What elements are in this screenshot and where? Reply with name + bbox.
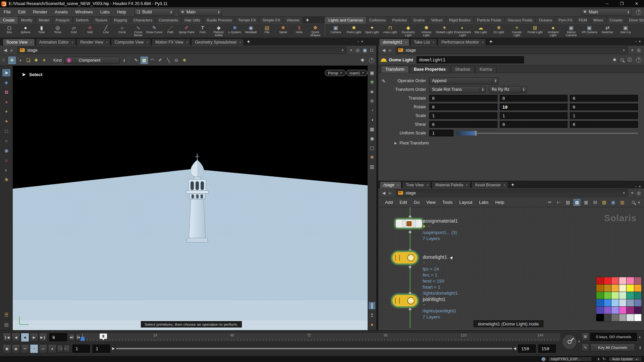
menu-item[interactable]: Windows <box>71 7 97 16</box>
close-tab-icon[interactable]: × <box>239 40 241 44</box>
ladder-menu-icon[interactable]: ☰ <box>2 311 10 318</box>
shelf-tab[interactable]: Volume <box>283 17 303 23</box>
main-layout-spinner[interactable]: ▲▼ <box>627 10 630 14</box>
color-swatch[interactable] <box>619 292 627 299</box>
forward-arrow-icon[interactable]: ▶ <box>9 48 15 53</box>
pin-icon[interactable]: ⌖ <box>631 190 633 196</box>
prev-frame-button[interactable]: ◀❙ <box>69 334 75 341</box>
shear-y-field[interactable]: 0 <box>500 121 568 128</box>
shelf-tool[interactable]: ◆ Platonic Solids <box>211 24 227 38</box>
rotate-order-select[interactable]: Rx Ry Rz <box>489 86 521 93</box>
maximize-pane-icon[interactable]: □ <box>370 48 373 53</box>
shelf-tab[interactable]: Particles <box>389 17 410 23</box>
color-swatch[interactable] <box>619 285 627 292</box>
color-swatch[interactable] <box>611 314 619 321</box>
color-swatch[interactable] <box>611 292 619 299</box>
select-components-mode-icon[interactable]: ◑ <box>16 57 24 64</box>
node-assignmaterial1[interactable] <box>394 218 423 229</box>
radar-icon[interactable]: ◎ <box>637 48 641 53</box>
shelf-tool[interactable]: ⊞ Portal Light <box>526 24 544 38</box>
current-frame-field[interactable]: 8 <box>49 333 67 341</box>
shelf-tab[interactable]: Polygon <box>53 17 73 23</box>
pane-tab[interactable]: Animation Editor × <box>36 39 76 46</box>
color-swatch[interactable] <box>619 277 627 284</box>
viewport-help-icon[interactable]: ? <box>369 58 374 63</box>
channel-graph-icon[interactable]: ∿ <box>582 344 589 352</box>
lasso-select-icon[interactable]: ◠ <box>149 57 156 64</box>
node-domelight1[interactable] <box>391 251 419 265</box>
kind-selector[interactable]: C Component <box>64 57 120 64</box>
pane-controls[interactable]: ▪▼ <box>358 38 376 46</box>
network-menu-item[interactable]: Add <box>382 198 396 207</box>
close-tab-icon[interactable]: × <box>405 40 407 44</box>
close-tab-icon[interactable]: × <box>466 183 468 187</box>
shelf-tool[interactable]: ● Sphere <box>17 24 34 38</box>
color-swatch[interactable] <box>596 277 604 284</box>
color-swatch[interactable] <box>627 307 634 314</box>
color-swatch[interactable] <box>604 299 611 306</box>
shelf-tab[interactable]: Particle Fluids <box>474 17 504 23</box>
network-menu-item[interactable]: Go <box>411 198 423 207</box>
material-preview-icon[interactable]: ✾ <box>369 78 375 86</box>
context-field[interactable]: /obj/PYRO_EXP... <box>548 357 592 362</box>
select-objects-mode-icon[interactable]: ✥ <box>8 57 16 64</box>
shelf-tool[interactable]: ⇄ Switcher <box>598 24 616 38</box>
params-path-field[interactable]: stage ▼ <box>396 47 628 54</box>
close-tab-icon[interactable]: × <box>433 40 435 44</box>
shelf-tool[interactable]: ✎ Draw Curve <box>146 24 162 38</box>
pane-tab[interactable]: Motion FX View × <box>152 39 191 46</box>
close-tab-icon[interactable]: × <box>482 40 484 44</box>
node-connector-dot[interactable] <box>409 231 412 234</box>
select-dynamics-mode-icon[interactable]: ✚ <box>33 57 40 64</box>
hide-objects-icon[interactable]: ⊘ <box>369 97 375 105</box>
network-canvas[interactable]: Solaris assignmaterial1 ✱◔ /sopimport1..… <box>378 207 644 328</box>
asset-box-icon[interactable]: ▥ <box>619 199 626 206</box>
shelf-tab[interactable]: Vellum <box>428 17 446 23</box>
select-geometry-mode-icon[interactable]: ❏ <box>24 57 32 64</box>
shelf-tool[interactable]: ◉ Metaball <box>243 24 259 38</box>
info-icon[interactable]: ⓘ <box>628 57 632 63</box>
color-swatch[interactable] <box>604 277 611 284</box>
shelf-tool[interactable]: ⊓ Area Light <box>381 24 399 38</box>
color-swatch[interactable] <box>634 277 642 284</box>
shelf-tool[interactable]: ☀ Distant Light <box>435 24 453 38</box>
keys-info-expand-icon[interactable]: ▲ <box>638 335 641 339</box>
tree-view-icon[interactable]: ⊢ <box>555 199 562 206</box>
forward-arrow-icon[interactable]: ▶ <box>387 48 394 53</box>
camera-selector[interactable]: /cam1▼ <box>346 70 368 76</box>
playback-range-icon[interactable]: ◔ <box>369 107 375 114</box>
color-swatch[interactable] <box>627 314 634 321</box>
network-menu-item[interactable]: Labs <box>476 198 492 207</box>
network-tab[interactable]: Asset Browser × <box>471 181 508 188</box>
color-swatch[interactable] <box>596 314 604 321</box>
render-region-icon[interactable]: ✱ <box>2 176 10 183</box>
restore-button[interactable]: ❐ <box>614 0 629 7</box>
keyframe-scope-button[interactable]: ▣ <box>3 344 11 353</box>
shelf-tab[interactable]: Drive Simulation <box>626 17 644 23</box>
add-shelf-tab-button[interactable]: + <box>303 17 312 23</box>
transform-order-select[interactable]: Scale Rot Trans <box>429 86 480 93</box>
param-tab[interactable]: Transform <box>381 66 409 73</box>
node-pointlight1[interactable] <box>391 294 419 308</box>
shelf-tool[interactable]: ○ Circle <box>114 24 130 38</box>
layout-spinner[interactable]: ▲▼ <box>218 10 220 14</box>
shelf-tab[interactable]: Crowds <box>606 17 626 23</box>
uniform-scale-field[interactable]: 1 <box>429 130 453 136</box>
shelf-tool[interactable]: ✺ Volume Light <box>417 24 435 38</box>
shelf-tool[interactable]: ◻ Box <box>1 24 17 38</box>
view-compass-icon[interactable]: ◑ <box>369 116 375 123</box>
shelf-tab[interactable]: Characters <box>130 17 156 23</box>
character-tool-icon[interactable]: ✦ <box>2 118 10 125</box>
pause-updates-icon[interactable]: ║ <box>369 302 375 309</box>
network-menu-item[interactable]: Help <box>492 198 507 207</box>
close-tab-icon[interactable]: × <box>71 40 73 44</box>
node-connector-dot[interactable] <box>409 215 412 218</box>
lock-camera-icon[interactable]: ◈ <box>369 88 375 95</box>
color-swatch[interactable] <box>627 299 634 306</box>
shelf-tool[interactable]: ● Ambient Light <box>544 24 562 38</box>
color-swatch[interactable] <box>596 292 604 299</box>
shelf-tab[interactable]: Texture <box>92 17 111 23</box>
shelf-tab[interactable]: Rigid Bodies <box>446 17 474 23</box>
menu-item[interactable]: File <box>0 7 14 16</box>
drag-handle-icon[interactable]: ⠿ <box>2 58 5 63</box>
